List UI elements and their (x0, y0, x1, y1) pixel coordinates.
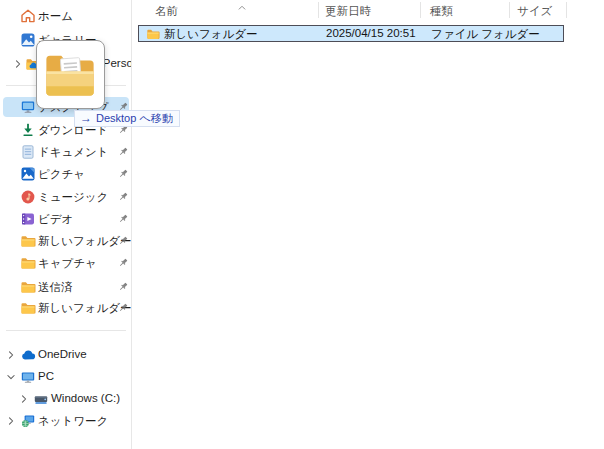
sidebar-item-label: OneDrive (38, 348, 87, 360)
sidebar-item-pictures[interactable]: ピクチャ (0, 164, 131, 184)
pin-icon (117, 302, 129, 314)
desktop-icon (20, 99, 36, 115)
folder-icon (20, 300, 36, 316)
drag-tooltip-label: Desktop へ移動 (96, 111, 173, 125)
sidebar-item-videos[interactable]: ビデオ (0, 209, 131, 229)
chevron-right-icon[interactable] (5, 349, 17, 361)
pin-icon (117, 191, 129, 203)
gallery-icon (20, 32, 36, 48)
file-explorer-window: ホーム ギャラリー OneDrive - Personal デスクトップ ダウン… (0, 0, 604, 449)
column-header-type[interactable]: 種類 (430, 4, 453, 19)
sidebar-item-label: Windows (C:) (51, 392, 120, 404)
document-icon (20, 144, 36, 160)
folder-icon (20, 279, 36, 295)
network-icon (20, 413, 36, 429)
video-icon (20, 211, 36, 227)
sidebar-item-music[interactable]: ミュージック (0, 187, 131, 207)
sidebar-item-captures[interactable]: キャプチャ (0, 253, 131, 273)
sidebar-item-label: ホーム (38, 9, 73, 24)
sidebar-item-label: ドキュメント (38, 145, 109, 160)
column-header-modified[interactable]: 更新日時 (325, 4, 371, 19)
column-separator[interactable] (420, 2, 421, 18)
sidebar-item-home[interactable]: ホーム (0, 6, 131, 26)
chevron-right-icon[interactable] (5, 415, 17, 427)
sidebar-item-windows-c[interactable]: Windows (C:) (0, 389, 131, 409)
chevron-right-icon[interactable] (18, 393, 30, 405)
folder-icon (20, 255, 36, 271)
sidebar-item-label: キャプチャ (38, 256, 97, 271)
pin-icon (117, 281, 129, 293)
sidebar-item-label: ネットワーク (38, 414, 108, 429)
folder-large-icon (42, 48, 98, 100)
column-header-name[interactable]: 名前 (155, 4, 178, 19)
sidebar-item-onedrive[interactable]: OneDrive (0, 345, 131, 365)
file-row-new-folder[interactable]: 新しいフォルダー 2025/04/15 20:51 ファイル フォルダー (138, 25, 564, 42)
music-icon (20, 189, 36, 205)
folder-icon (146, 27, 160, 41)
home-icon (20, 8, 36, 24)
sidebar-item-pc[interactable]: PC (0, 367, 131, 387)
onedrive-cloud-icon (20, 347, 36, 363)
sidebar-item-label: PC (38, 370, 54, 382)
sidebar-separator (6, 330, 126, 331)
pin-icon (117, 146, 129, 158)
download-icon (20, 122, 36, 138)
drag-move-tooltip: → Desktop へ移動 (74, 110, 180, 127)
pc-icon (20, 369, 36, 385)
file-modified-cell: 2025/04/15 20:51 (326, 27, 416, 39)
file-name-cell: 新しいフォルダー (164, 27, 258, 42)
arrow-right-icon: → (80, 111, 92, 125)
sidebar-item-new-folder[interactable]: 新しいフォルダー (0, 231, 131, 251)
pictures-icon (20, 166, 36, 182)
file-type-cell: ファイル フォルダー (431, 27, 540, 42)
sidebar-item-label: ビデオ (38, 212, 73, 227)
column-separator[interactable] (566, 2, 567, 18)
chevron-right-icon[interactable] (12, 58, 24, 70)
column-header-size[interactable]: サイズ (517, 4, 552, 19)
sidebar-item-label: 送信済 (38, 280, 73, 295)
sidebar-item-label: ピクチャ (38, 167, 85, 182)
column-separator[interactable] (509, 2, 510, 18)
chevron-down-icon[interactable] (5, 371, 17, 383)
pin-icon (117, 168, 129, 180)
sidebar-item-new-folder-2[interactable]: 新しいフォルダー (0, 298, 131, 318)
sort-ascending-icon (237, 1, 247, 8)
sidebar-item-network[interactable]: ネットワーク (0, 411, 131, 431)
folder-icon (20, 233, 36, 249)
drive-icon (33, 391, 49, 407)
file-list-pane: 名前 更新日時 種類 サイズ 新しいフォルダー 2025/04/15 20:51… (132, 0, 604, 449)
pin-icon (117, 213, 129, 225)
column-separator[interactable] (318, 2, 319, 18)
drag-ghost (36, 40, 105, 109)
sidebar-item-label: ミュージック (38, 190, 108, 205)
sidebar-item-sent[interactable]: 送信済 (0, 277, 131, 297)
pin-icon (117, 235, 129, 247)
sidebar-item-documents[interactable]: ドキュメント (0, 142, 131, 162)
pin-icon (117, 257, 129, 269)
